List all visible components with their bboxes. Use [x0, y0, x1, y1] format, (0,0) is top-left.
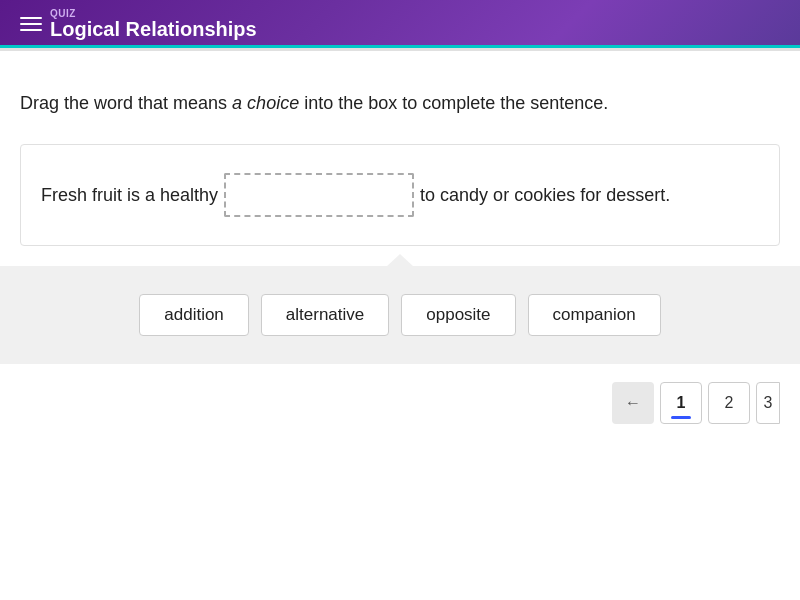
sentence-after: to candy or cookies for dessert. [420, 185, 670, 206]
pagination-back-button[interactable]: ← [612, 382, 654, 424]
instruction-italic: a choice [232, 93, 299, 113]
word-card-companion[interactable]: companion [528, 294, 661, 336]
word-card-alternative[interactable]: alternative [261, 294, 389, 336]
instruction-after: into the box to complete the sentence. [299, 93, 608, 113]
sentence-before: Fresh fruit is a healthy [41, 185, 218, 206]
word-card-addition[interactable]: addition [139, 294, 249, 336]
menu-button[interactable] [16, 13, 52, 35]
drop-zone[interactable] [224, 173, 414, 217]
sentence-container: Fresh fruit is a healthy to candy or coo… [20, 144, 780, 246]
pagination-page-1[interactable]: 1 [660, 382, 702, 424]
pagination-page-3[interactable]: 3 [756, 382, 780, 424]
pagination-page-2[interactable]: 2 [708, 382, 750, 424]
word-bank: addition alternative opposite companion [0, 266, 800, 364]
menu-bar-2 [20, 23, 42, 25]
instruction-before: Drag the word that means [20, 93, 232, 113]
menu-bar-1 [20, 17, 42, 19]
pagination: ← 1 2 3 [0, 364, 800, 442]
header: QUIZ Logical Relationships [0, 0, 800, 48]
instruction-text: Drag the word that means a choice into t… [20, 91, 780, 116]
page-title: Logical Relationships [50, 18, 257, 41]
main-content: Drag the word that means a choice into t… [0, 51, 800, 266]
menu-bar-3 [20, 29, 42, 31]
word-card-opposite[interactable]: opposite [401, 294, 515, 336]
